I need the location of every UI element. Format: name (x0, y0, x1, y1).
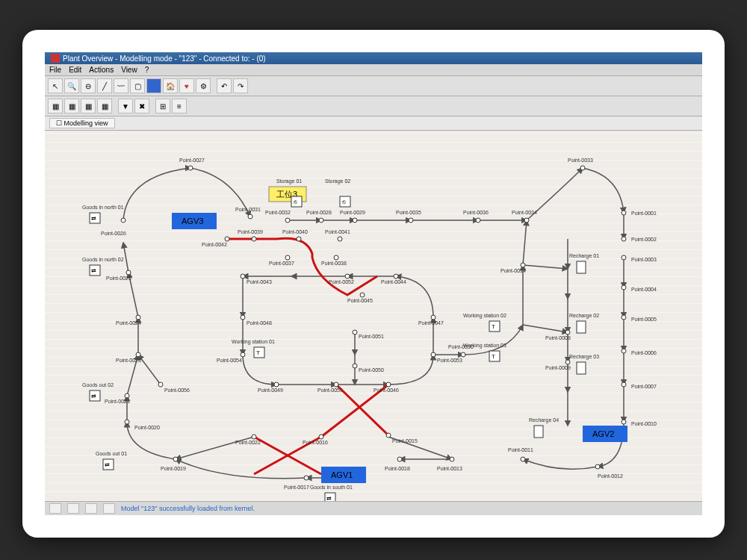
point-node[interactable]: Point-0038 (321, 255, 347, 266)
point-node[interactable]: Point-0051 (353, 330, 384, 339)
point-node[interactable]: Point-0012 (595, 464, 623, 479)
point-node[interactable]: Point-0015 (386, 433, 418, 444)
tool-snap[interactable]: ⊞ (155, 99, 170, 113)
status-btn-1[interactable] (49, 503, 61, 514)
point-node[interactable]: Point-0020 (125, 420, 160, 430)
point-node[interactable]: Point-0011 (508, 447, 533, 461)
tool-line[interactable]: ╱ (97, 78, 112, 93)
point-node[interactable]: Point-0005 (622, 315, 657, 322)
point-node[interactable]: Point-0026 (101, 218, 126, 236)
point-node[interactable]: Point-0027 (179, 158, 205, 170)
svg-text:Point-0012: Point-0012 (598, 473, 623, 479)
tool-grid3[interactable]: ▦ (81, 99, 96, 113)
tool-curve[interactable]: 〰 (114, 78, 128, 93)
station-recharge-02[interactable]: Recharge 02 (569, 313, 599, 333)
point-node[interactable]: Point-0022 (235, 435, 261, 445)
tool-square[interactable]: ▢ (130, 78, 145, 93)
point-node[interactable]: Point-0043 (241, 274, 272, 284)
station-working-02[interactable]: TWorking station 02 (463, 313, 506, 332)
tool-align[interactable]: ≡ (172, 99, 187, 113)
toolbar: ↖ 🔍 ⊖ ╱ 〰 ▢ 🏠 ♥ ⚙ ↶ ↷ (45, 76, 702, 96)
tool-grid4[interactable]: ▦ (97, 99, 112, 113)
point-node[interactable]: Point-0054 (217, 352, 245, 363)
point-node[interactable]: Point-0008 (545, 330, 571, 340)
tool-color1[interactable] (146, 78, 161, 93)
point-node[interactable]: Point-0023 (116, 352, 141, 363)
point-node[interactable]: Point-0006 (622, 349, 657, 355)
point-node[interactable]: Point-0021 (105, 393, 130, 404)
point-node[interactable]: Point-0001 (622, 211, 657, 216)
svg-text:Point-0037: Point-0037 (269, 261, 294, 266)
tool-home[interactable]: 🏠 (163, 78, 178, 93)
station-goods-out-01[interactable]: ⇄Goods out 01 (96, 451, 127, 470)
svg-point-96 (225, 237, 229, 241)
tool-cursor[interactable]: ↖ (48, 78, 63, 93)
point-node[interactable]: Point-0009 (545, 360, 571, 370)
station-goods-in-north-02[interactable]: ⇄Goods in north 02 (82, 257, 124, 276)
status-btn-2[interactable] (67, 503, 79, 514)
tool-grid1[interactable]: ▦ (48, 99, 63, 113)
tool-zoom-in[interactable]: 🔍 (64, 78, 79, 93)
svg-text:Point-0026: Point-0026 (101, 231, 126, 236)
point-node[interactable]: Point-0045 (347, 293, 373, 303)
point-node[interactable]: Point-0037 (269, 255, 294, 266)
tool-grid2[interactable]: ▦ (64, 99, 79, 113)
point-node[interactable]: Point-0056 (158, 382, 190, 393)
status-btn-3[interactable] (85, 503, 97, 514)
point-node[interactable]: Point-0019 (161, 457, 186, 471)
tool-delete[interactable]: ✖ (134, 99, 149, 113)
point-node[interactable]: Point-0002 (622, 237, 657, 242)
point-node[interactable]: Point-0044 (381, 274, 406, 284)
point-node[interactable]: Point-0004 (622, 285, 657, 292)
tool-redo[interactable]: ↷ (233, 78, 248, 93)
station-recharge-01[interactable]: Recharge 01 (569, 253, 599, 273)
station-goods-in-south-01[interactable]: ⇄Goods in south 01 (310, 485, 353, 501)
svg-text:Point-0034: Point-0034 (512, 210, 537, 215)
svg-text:Point-0031: Point-0031 (235, 207, 261, 212)
station-working-01[interactable]: TWorking station 01 (232, 339, 275, 358)
tool-zoom-out[interactable]: ⊖ (81, 78, 96, 93)
svg-point-132 (386, 382, 391, 387)
svg-text:Point-0020: Point-0020 (134, 425, 160, 430)
point-node[interactable]: Point-0042 (202, 237, 229, 247)
point-node[interactable]: Point-0025 (106, 270, 131, 281)
menu-file[interactable]: File (49, 66, 61, 74)
svg-point-144 (565, 330, 570, 335)
point-node[interactable]: Point-0032 (265, 210, 291, 223)
menu-view[interactable]: View (121, 66, 137, 74)
tool-gear[interactable]: ⚙ (196, 78, 211, 93)
point-node[interactable]: Point-0014 (500, 263, 526, 273)
svg-text:Point-0009: Point-0009 (545, 365, 571, 370)
station-goods-in-north-01[interactable]: ⇄Goods in north 01 (82, 205, 124, 223)
tool-undo[interactable]: ↶ (217, 78, 232, 93)
point-node[interactable]: Point-0048 (241, 315, 272, 326)
point-node[interactable]: Point-0050 (353, 364, 384, 373)
point-node[interactable]: Point-0007 (622, 382, 657, 389)
point-node[interactable]: Point-0053 (431, 352, 462, 363)
point-node[interactable]: Point-0024 (116, 315, 141, 326)
point-node[interactable]: Point-0047 (418, 315, 444, 326)
svg-text:T: T (492, 353, 495, 360)
menu-help[interactable]: ? (145, 66, 149, 74)
point-node[interactable]: Point-0010 (622, 420, 657, 426)
station-storage02[interactable]: ⎋Storage 02 (325, 178, 350, 207)
point-node[interactable]: Point-0052 (329, 274, 354, 284)
menu-actions[interactable]: Actions (89, 66, 114, 74)
point-node[interactable]: Point-0055 (317, 382, 343, 393)
tab-modelling[interactable]: ☐ Modelling view (49, 118, 115, 128)
svg-point-92 (285, 218, 290, 223)
point-node[interactable]: Point-0003 (622, 255, 657, 262)
tool-down[interactable]: ▼ (118, 99, 133, 113)
station-recharge-03[interactable]: Recharge 03 (569, 354, 599, 374)
diagram-svg[interactable]: AGV3 AGV1 AGV2 工位3 ⎋Storage 01 ⎋Storage … (45, 131, 702, 501)
point-node[interactable]: Point-0041 (325, 229, 350, 241)
point-node[interactable]: Point-0033 (568, 158, 593, 170)
canvas[interactable]: AGV3 AGV1 AGV2 工位3 ⎋Storage 01 ⎋Storage … (45, 131, 702, 501)
station-recharge-04[interactable]: Recharge 04 (529, 417, 559, 438)
menu-edit[interactable]: Edit (69, 66, 81, 74)
svg-text:Point-0014: Point-0014 (500, 268, 526, 273)
status-btn-4[interactable] (103, 503, 115, 514)
svg-point-62 (595, 464, 600, 469)
tool-heart[interactable]: ♥ (179, 78, 194, 93)
point-node[interactable]: Point-0016 (303, 435, 328, 445)
